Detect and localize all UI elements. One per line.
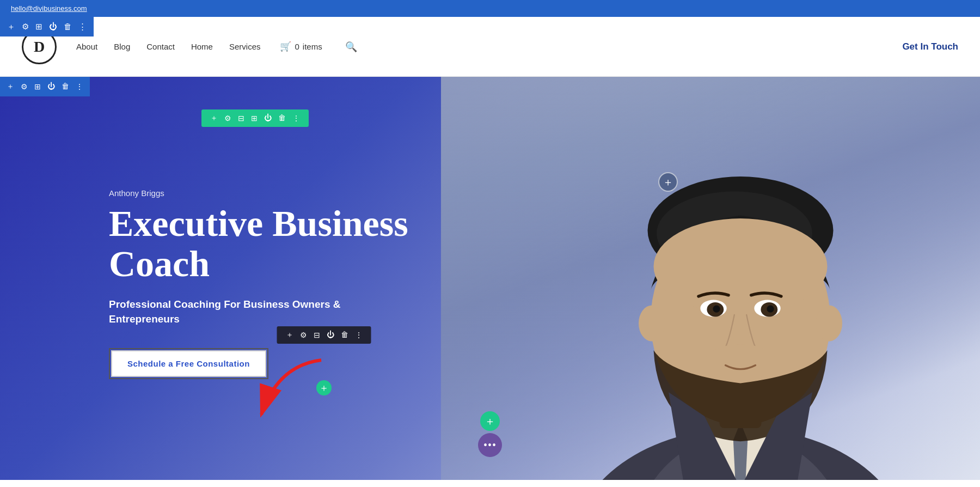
green-settings-icon[interactable]: ⚙ — [222, 113, 234, 124]
hero-add-column-button[interactable]: ＋ — [658, 172, 678, 192]
hero-section-toolbar: ＋ ⚙ ⊞ ⏻ 🗑 ⋮ — [0, 77, 90, 96]
add-below-button[interactable]: ＋ — [316, 380, 332, 395]
section-power-icon[interactable]: ⏻ — [45, 81, 57, 92]
svg-point-21 — [651, 216, 830, 425]
green-copy-icon[interactable]: ⊟ — [236, 113, 247, 124]
main-nav: About Blog Contact Home Services — [76, 42, 260, 51]
top-bar: hello@divibusiness.com — [0, 0, 980, 17]
dark-add-icon[interactable]: ＋ — [284, 329, 296, 341]
hero-subtitle-text: Professional Coaching For Business Owner… — [109, 299, 341, 325]
green-power-icon[interactable]: ⏻ — [262, 113, 274, 124]
dots-icon: ••• — [483, 439, 497, 452]
hero-title-text: Executive BusinessCoach — [109, 203, 408, 285]
green-module-toolbar: ＋ ⚙ ⊟ ⊞ ⏻ 🗑 ⋮ — [201, 109, 309, 127]
nav-about[interactable]: About — [76, 42, 97, 51]
nav-blog[interactable]: Blog — [114, 42, 130, 51]
cart-area[interactable]: 🛒 0 items — [280, 41, 322, 52]
add-icon[interactable]: ＋ — [4, 21, 18, 33]
email-link[interactable]: hello@divibusiness.com — [11, 4, 87, 13]
power-icon[interactable]: ⏻ — [46, 21, 60, 33]
button-selection-border: Schedule a Free Consultation — [109, 348, 268, 379]
get-in-touch-link[interactable]: Get In Touch — [902, 41, 958, 52]
hero-cta-wrapper: ＋ ⚙ ⊟ ⏻ 🗑 ⋮ Schedule a Free Consultation… — [109, 348, 539, 379]
dark-module-toolbar: ＋ ⚙ ⊟ ⏻ 🗑 ⋮ — [277, 326, 371, 344]
hero-content: Anthony Briggs Executive BusinessCoach P… — [0, 77, 539, 480]
settings-icon[interactable]: ⚙ — [19, 21, 32, 33]
section-more-icon[interactable]: ⋮ — [74, 81, 85, 93]
section-delete-icon[interactable]: 🗑 — [59, 81, 71, 92]
dark-copy-icon[interactable]: ⊟ — [311, 330, 322, 341]
cart-icon: 🛒 — [280, 41, 291, 52]
hero-section: ＋ ⚙ ⊞ ⏻ 🗑 ⋮ — [0, 77, 980, 480]
section-add-icon[interactable]: ＋ — [4, 81, 16, 93]
dark-delete-icon[interactable]: 🗑 — [339, 330, 351, 340]
nav-contact[interactable]: Contact — [146, 42, 175, 51]
hero-name: Anthony Briggs — [109, 188, 539, 198]
schedule-consultation-button[interactable]: Schedule a Free Consultation — [111, 350, 266, 377]
logo-letter: D — [34, 38, 45, 56]
green-add-icon[interactable]: ＋ — [208, 112, 220, 124]
green-delete-icon[interactable]: 🗑 — [276, 113, 288, 124]
duplicate-icon[interactable]: ⊞ — [33, 21, 45, 33]
section-grid-icon[interactable]: ⊞ — [32, 81, 43, 93]
hero-title: Executive BusinessCoach — [109, 203, 539, 285]
green-grid-icon[interactable]: ⊞ — [249, 113, 260, 124]
cart-count: 0 — [295, 42, 299, 51]
delete-icon[interactable]: 🗑 — [61, 21, 75, 33]
dark-more-icon[interactable]: ⋮ — [353, 330, 365, 341]
dark-settings-icon[interactable]: ⚙ — [298, 330, 309, 341]
green-more-icon[interactable]: ⋮ — [290, 113, 302, 124]
section-settings-icon[interactable]: ⚙ — [19, 81, 30, 93]
cart-label: items — [303, 42, 322, 51]
hero-subtitle: Professional Coaching For Business Owner… — [109, 297, 539, 326]
nav-services[interactable]: Services — [229, 42, 261, 51]
more-icon[interactable]: ⋮ — [76, 21, 89, 33]
nav-home[interactable]: Home — [191, 42, 213, 51]
floating-menu-button[interactable]: ••• — [478, 433, 502, 457]
editor-section-toolbar: ＋ ⚙ ⊞ ⏻ 🗑 ⋮ — [0, 17, 94, 36]
add-section-below-button[interactable]: ＋ — [480, 411, 500, 431]
header: ＋ ⚙ ⊞ ⏻ 🗑 ⋮ D About Blog Contact Home Se… — [0, 17, 980, 77]
search-button[interactable]: 🔍 — [345, 41, 357, 53]
dark-power-icon[interactable]: ⏻ — [324, 330, 336, 340]
